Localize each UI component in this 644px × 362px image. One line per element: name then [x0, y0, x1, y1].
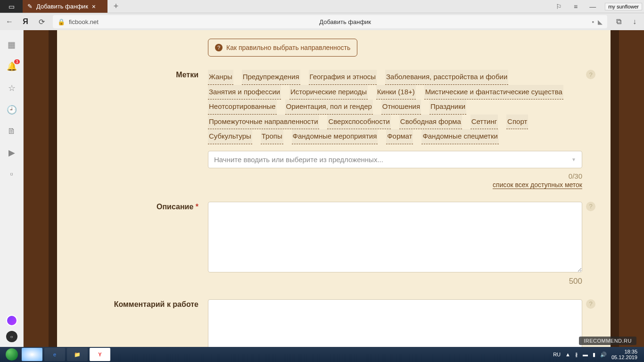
tags-select[interactable]: Начните вводить или выберите из предложе…	[208, 151, 582, 168]
description-textarea[interactable]	[208, 202, 582, 272]
watermark: IRECOMMEND.RU	[579, 337, 636, 345]
url-input[interactable]: 🔒 ficbook.net Добавить фанфик ▪ ◣	[53, 15, 607, 28]
tag-category-link[interactable]: Занятия и профессии	[208, 85, 281, 100]
main-area: ▦ 🔔3 ☆ 🕘 🗎 ▶ ▫ ○ ? Как правильно выбрать…	[0, 30, 644, 347]
chat-icon[interactable]: ▪	[592, 18, 594, 25]
question-icon: ?	[215, 44, 223, 51]
tag-category-link[interactable]: Предупреждения	[242, 70, 300, 85]
tags-counter: 0/30	[208, 172, 582, 180]
tag-category-link[interactable]: Свободная форма	[399, 115, 462, 130]
menu-icon[interactable]: ≡	[567, 3, 584, 10]
tray-battery-icon[interactable]: ▬	[583, 352, 588, 357]
alice-assistant-icon[interactable]	[6, 315, 17, 326]
tag-category-link[interactable]: Сеттинг	[471, 115, 498, 130]
tag-category-link[interactable]: Спорт	[506, 115, 528, 130]
tag-category-link[interactable]: Заболевания, расстройства и фобии	[385, 70, 508, 85]
back-button[interactable]: ←	[5, 17, 14, 26]
yandex-services-icon[interactable]: ○	[6, 331, 17, 342]
tag-category-link[interactable]: Исторические периоды	[289, 85, 368, 100]
tag-category-link[interactable]: Сверхспособности	[327, 115, 390, 130]
direction-help-box[interactable]: ? Как правильно выбрать направленность	[208, 39, 357, 57]
browser-tab[interactable]: ✎ Добавить фанфик ×	[23, 0, 107, 13]
feather-icon: ✎	[27, 3, 33, 10]
start-button[interactable]	[3, 348, 21, 361]
tray-bluetooth-icon[interactable]: ∦	[575, 352, 578, 358]
comment-label: Комментарий к работе	[85, 299, 208, 309]
media-icon[interactable]: ▶	[8, 148, 15, 158]
task-yandex[interactable]: Y	[90, 348, 110, 361]
task-explorer[interactable]: 📁	[67, 348, 88, 361]
system-tray: RU ▲ ∦ ▬ ▮ 🔊 18:35 05.12.2019	[553, 349, 641, 360]
comment-row: Комментарий к работе ?	[85, 299, 582, 347]
description-help-icon[interactable]: ?	[586, 202, 595, 211]
new-tab-button[interactable]: +	[107, 0, 124, 13]
url-domain: ficbook.net	[69, 18, 99, 25]
tag-category-link[interactable]: Формат	[386, 129, 413, 144]
tag-category-link[interactable]: Промежуточные направленности	[208, 115, 319, 130]
info-label: Как правильно выбрать направленность	[226, 44, 350, 51]
tray-flag-icon[interactable]: ▲	[565, 352, 570, 357]
tag-category-link[interactable]: Фандомные спецметки	[421, 129, 499, 144]
notif-badge: 3	[14, 59, 19, 64]
tag-category-link[interactable]: Фандомные мероприятия	[292, 129, 378, 144]
browser-sidebar: ▦ 🔔3 ☆ 🕘 🗎 ▶ ▫ ○	[0, 30, 24, 347]
downloads-icon[interactable]: ↓	[630, 17, 639, 26]
required-star: *	[196, 203, 198, 211]
task-app1[interactable]: ○	[22, 348, 42, 361]
page-title: Добавить фанфик	[102, 18, 588, 25]
titlebar: ▭ ✎ Добавить фанфик × + ⚐ ≡ — my sunflow…	[0, 0, 644, 13]
tag-category-link[interactable]: Праздники	[429, 99, 466, 115]
tray-network-icon[interactable]: ▮	[593, 352, 595, 358]
tray-lang[interactable]: RU	[553, 352, 561, 357]
notifications-icon[interactable]: 🔔3	[7, 61, 17, 72]
description-label: Описание *	[85, 202, 208, 211]
notes-icon[interactable]: 🗎	[8, 126, 16, 136]
apps-icon[interactable]: ▦	[8, 40, 16, 50]
extensions-icon[interactable]: ⧉	[614, 17, 623, 26]
tag-category-link[interactable]: Неотсортированные	[208, 99, 277, 115]
tag-category-link[interactable]: География и этносы	[309, 70, 377, 85]
tray-volume-icon[interactable]: 🔊	[600, 352, 607, 358]
reload-button[interactable]: ⟳	[37, 17, 46, 26]
description-counter: 500	[208, 277, 582, 286]
username-label: my sunflower	[605, 3, 642, 10]
history-icon[interactable]: 🕘	[7, 105, 17, 115]
tag-category-link[interactable]: Тропы	[261, 129, 283, 144]
close-tab-icon[interactable]: ×	[92, 3, 96, 10]
comment-textarea[interactable]	[208, 299, 582, 347]
comment-help-icon[interactable]: ?	[586, 299, 595, 309]
tag-category-link[interactable]: Кинки (18+)	[376, 85, 416, 100]
chevron-down-icon: ▼	[571, 157, 576, 162]
all-tags-link[interactable]: список всех доступных меток	[493, 181, 582, 189]
tab-title: Добавить фанфик	[36, 3, 88, 10]
form-container: ? Как правильно выбрать направленность М…	[49, 30, 619, 347]
tag-category-link[interactable]: Мистические и фантастические существа	[424, 85, 563, 100]
minimize-button[interactable]: —	[584, 3, 601, 10]
collections-icon[interactable]: ▫	[10, 169, 13, 179]
tag-category-link[interactable]: Субкультуры	[208, 129, 252, 144]
page-content[interactable]: ? Как правильно выбрать направленность М…	[24, 30, 644, 347]
bookmark-flag-icon[interactable]: ◣	[598, 18, 603, 25]
tags-label: Метки	[85, 70, 208, 79]
tags-placeholder: Начните вводить или выберите из предложе…	[214, 156, 383, 164]
lock-icon: 🔒	[58, 18, 65, 25]
tag-categories: Жанры Предупреждения География и этносы …	[208, 70, 582, 144]
tray-clock[interactable]: 18:35 05.12.2019	[611, 349, 637, 360]
tags-help-icon[interactable]: ?	[586, 70, 595, 79]
addressbar: ← Я ⟳ 🔒 ficbook.net Добавить фанфик ▪ ◣ …	[0, 13, 644, 30]
task-ie[interactable]: e	[44, 348, 65, 361]
yandex-logo-icon[interactable]: Я	[21, 17, 30, 26]
taskbar: ○ e 📁 Y RU ▲ ∦ ▬ ▮ 🔊 18:35 05.12.2019	[0, 347, 644, 362]
pin-icon[interactable]: ⚐	[550, 3, 567, 10]
app-menu-icon[interactable]: ▭	[0, 0, 23, 13]
description-row: Описание * ? 500	[85, 202, 582, 286]
tag-category-link[interactable]: Отношения	[381, 99, 421, 115]
tag-category-link[interactable]: Жанры	[208, 70, 233, 85]
tags-row: Метки ? Жанры Предупреждения География и…	[85, 70, 582, 189]
tag-category-link[interactable]: Ориентация, пол и гендер	[285, 99, 373, 115]
bookmarks-icon[interactable]: ☆	[8, 83, 16, 93]
